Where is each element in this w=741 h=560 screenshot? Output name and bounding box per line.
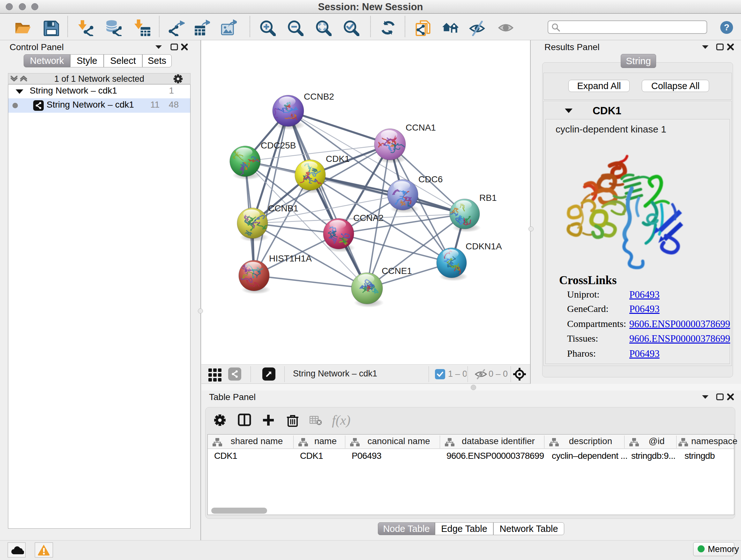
svg-text:RB1: RB1 bbox=[479, 193, 496, 203]
svg-text:CDK1: CDK1 bbox=[326, 154, 350, 164]
svg-text:CDKN1A: CDKN1A bbox=[466, 241, 502, 251]
svg-text:CCNE1: CCNE1 bbox=[382, 266, 412, 276]
svg-text:HIST1H1A: HIST1H1A bbox=[269, 253, 312, 263]
svg-text:CCNA1: CCNA1 bbox=[406, 123, 436, 132]
svg-text:CDC6: CDC6 bbox=[418, 174, 443, 184]
svg-text:CDC25B: CDC25B bbox=[261, 140, 296, 150]
svg-text:CCNA2: CCNA2 bbox=[353, 213, 384, 223]
svg-text:?: ? bbox=[724, 22, 729, 32]
svg-text:CCNB1: CCNB1 bbox=[268, 203, 298, 213]
svg-text:CCNB2: CCNB2 bbox=[304, 91, 334, 102]
